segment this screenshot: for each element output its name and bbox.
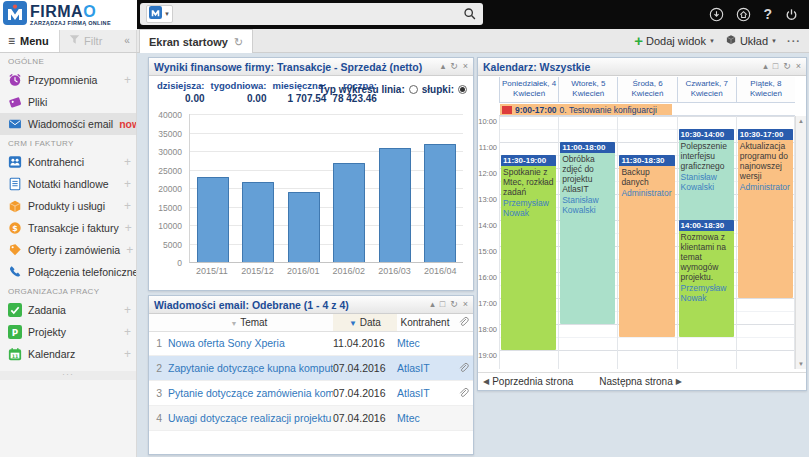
- calendar-day-header[interactable]: Czwartek, 7Kwiecień: [677, 77, 736, 102]
- bar[interactable]: [379, 148, 411, 262]
- calendar-event[interactable]: 11:30-19:00Spotkanie z Mtec, rozkład zad…: [501, 155, 556, 350]
- event-person[interactable]: Administrator: [621, 188, 672, 198]
- email-panel-header[interactable]: Wiadomości email: Odebrane (1 - 4 z 4) ▴…: [149, 296, 473, 314]
- close-icon[interactable]: ×: [463, 300, 468, 309]
- prev-page-button[interactable]: ◀ Poprzednia strona: [483, 376, 573, 387]
- sidebar-item-zadania[interactable]: Zadania+: [0, 299, 136, 321]
- sidebar-item-kontrahenci[interactable]: Kontrahenci+: [0, 151, 136, 173]
- sidebar-item-oferty-i-zamowienia[interactable]: Oferty i zamówienia+: [0, 239, 136, 261]
- sidebar-item-notatki-handlowe[interactable]: Notatki handlowe+: [0, 173, 136, 195]
- bar[interactable]: [197, 177, 229, 262]
- email-contact[interactable]: AtlasIT: [397, 362, 453, 374]
- calendar-event[interactable]: 11:00-18:00Obróbka zdjęć do projektu Atl…: [560, 142, 615, 324]
- add-icon[interactable]: +: [124, 303, 131, 317]
- calendar-day-header[interactable]: Środa, 6Kwiecień: [617, 77, 676, 102]
- add-icon[interactable]: +: [126, 243, 133, 257]
- calendar-day-header[interactable]: Poniedziałek, 4Kwiecień: [499, 77, 558, 102]
- sidebar-item-transakcje-i-faktury[interactable]: $Transakcje i faktury+: [0, 217, 136, 239]
- search-input[interactable]: [173, 4, 463, 24]
- column-attachment[interactable]: [453, 316, 473, 330]
- email-subject[interactable]: Nowa oferta Sony Xperia: [165, 337, 333, 349]
- calendar-day-header[interactable]: Piątek, 8Kwiecień: [736, 77, 795, 102]
- add-icon[interactable]: +: [124, 73, 131, 87]
- sidebar-item-wiadomosci-email[interactable]: Wiadomości emailnowe+: [0, 113, 136, 135]
- more-options-button[interactable]: ···: [787, 35, 801, 47]
- allday-event[interactable]: 9:00-17:00 0. Testowanie konfiguarcji: [500, 104, 672, 115]
- event-person[interactable]: Stanisław Kowalski: [562, 195, 613, 215]
- search-scope-button[interactable]: ▼: [146, 5, 173, 23]
- bar[interactable]: [288, 192, 320, 262]
- close-icon[interactable]: ×: [796, 62, 801, 71]
- add-icon[interactable]: +: [124, 347, 131, 361]
- refresh-icon[interactable]: ↻: [450, 300, 458, 309]
- email-contact[interactable]: Mtec: [397, 337, 453, 349]
- collapse-icon[interactable]: ▴: [441, 62, 446, 71]
- tab-filter[interactable]: Filtr: [61, 29, 113, 52]
- bar[interactable]: [333, 163, 365, 262]
- calendar-day-header[interactable]: Wtorek, 5Kwiecień: [558, 77, 617, 102]
- email-subject[interactable]: Zapytanie dotyczące kupna komputerów: [165, 362, 333, 374]
- add-view-button[interactable]: + Dodaj widok ▼: [634, 35, 715, 47]
- chart-type-bars-radio[interactable]: [458, 85, 467, 94]
- email-contact[interactable]: Mtec: [397, 412, 453, 424]
- finance-panel-header[interactable]: Wyniki finansowe firmy: Transakcje - Spr…: [149, 58, 473, 76]
- sidebar-more-handle[interactable]: ···: [0, 371, 136, 380]
- profile-icon[interactable]: [709, 7, 724, 22]
- calendar-event[interactable]: 11:30-18:30Backup danychAdministrator: [619, 155, 674, 337]
- collapse-icon[interactable]: ▴: [430, 300, 435, 309]
- sidebar-collapse-button[interactable]: «: [118, 29, 136, 52]
- event-person[interactable]: Stanisław Kowalski: [681, 172, 732, 192]
- sidebar-item-polaczenia-telefoniczne[interactable]: Połączenia telefoniczne: [0, 261, 136, 283]
- sidebar-item-projekty[interactable]: PProjekty+: [0, 321, 136, 343]
- refresh-icon[interactable]: ↻: [783, 62, 791, 71]
- calendar-panel-header[interactable]: Kalendarz: Wszystkie ▴□↻×: [478, 58, 806, 76]
- sidebar-item-kalendarz[interactable]: 11Kalendarz+: [0, 343, 136, 365]
- sidebar-item-przypomnienia[interactable]: Przypomnienia+: [0, 69, 136, 91]
- collapse-icon[interactable]: ▴: [763, 62, 768, 71]
- email-row[interactable]: 3Pytanie dotyczące zamówienia komputerów…: [149, 381, 473, 406]
- bar[interactable]: [242, 182, 274, 262]
- layout-button[interactable]: Układ ▼: [725, 34, 777, 48]
- event-person[interactable]: Administrator: [740, 182, 791, 192]
- bar[interactable]: [424, 144, 456, 262]
- maximize-icon[interactable]: □: [440, 300, 445, 309]
- search-icon[interactable]: [463, 7, 477, 21]
- add-icon[interactable]: +: [124, 155, 131, 169]
- chart-type-line-radio[interactable]: [409, 85, 418, 94]
- scroll-down-icon[interactable]: ▼: [796, 361, 806, 367]
- email-row[interactable]: 2Zapytanie dotyczące kupna komputerów07.…: [149, 356, 473, 381]
- calendar-event[interactable]: 14:00-18:30Rozmowa z klientami na temat …: [679, 220, 734, 337]
- column-contact[interactable]: Kontrahent: [397, 317, 453, 328]
- tab-start-screen[interactable]: Ekran startowy ↻: [139, 29, 253, 54]
- add-icon[interactable]: +: [124, 177, 131, 191]
- email-row[interactable]: 1Nowa oferta Sony Xperia11.04.2016Mtec: [149, 331, 473, 356]
- email-row[interactable]: 4Uwagi dotyczące realizacji projektu07.0…: [149, 406, 473, 431]
- calendar-scrollbar[interactable]: ▲ ▼: [795, 116, 806, 369]
- calendar-event[interactable]: 10:30-17:00Aktualizacja programu do najn…: [738, 129, 793, 298]
- email-subject[interactable]: Uwagi dotyczące realizacji projektu: [165, 412, 333, 424]
- column-subject[interactable]: ▼ Temat: [165, 317, 333, 328]
- tab-menu[interactable]: ≡ Menu: [0, 29, 60, 52]
- column-date[interactable]: ▼ Data: [333, 314, 397, 331]
- sidebar-item-produkty-i-uslugi[interactable]: Produkty i usługi+: [0, 195, 136, 217]
- add-icon[interactable]: +: [124, 325, 131, 339]
- scroll-up-icon[interactable]: ▲: [796, 118, 806, 124]
- next-page-button[interactable]: Następna strona ▶: [599, 376, 682, 387]
- calendar-event[interactable]: 10:30-14:00Polepszenie interfejsu grafic…: [679, 129, 734, 220]
- event-person[interactable]: Przemysław Nowak: [503, 198, 554, 218]
- maximize-icon[interactable]: □: [773, 62, 778, 71]
- email-contact[interactable]: AtlasIT: [397, 387, 453, 399]
- email-subject[interactable]: Pytanie dotyczące zamówienia komputerów: [165, 387, 333, 399]
- refresh-icon[interactable]: ↻: [450, 62, 458, 71]
- home-icon[interactable]: [736, 7, 751, 22]
- app-logo[interactable]: FIRMAO ZARZĄDZAJ FIRMĄ ONLINE: [0, 0, 137, 30]
- event-person[interactable]: Przemysław Nowak: [681, 283, 732, 303]
- close-icon[interactable]: ×: [463, 62, 468, 71]
- power-icon[interactable]: [784, 7, 799, 22]
- add-icon[interactable]: +: [124, 199, 131, 213]
- help-icon[interactable]: ?: [763, 7, 772, 22]
- global-search[interactable]: ▼: [140, 3, 483, 25]
- sidebar-item-pliki[interactable]: Pliki: [0, 91, 136, 113]
- add-icon[interactable]: +: [125, 221, 132, 235]
- refresh-icon[interactable]: ↻: [234, 36, 243, 49]
